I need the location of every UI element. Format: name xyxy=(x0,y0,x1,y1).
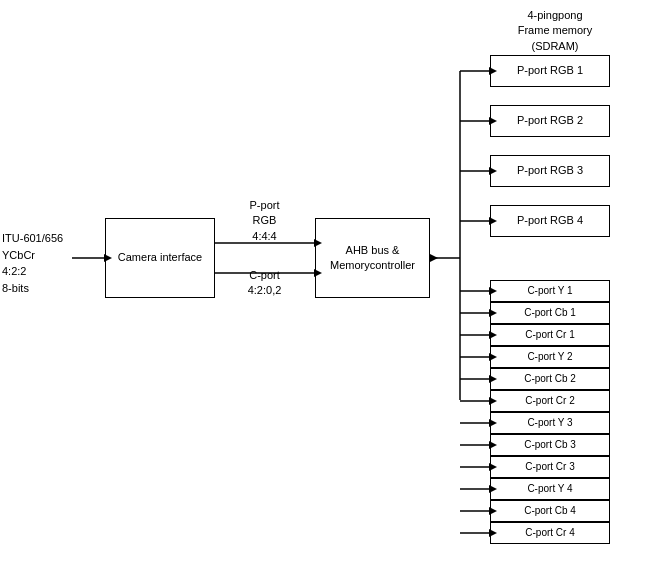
pport-rgb-1-box: P-port RGB 1 xyxy=(490,55,610,87)
cport-cb2-box: C-port Cb 2 xyxy=(490,368,610,390)
cport-cr2-box: C-port Cr 2 xyxy=(490,390,610,412)
cport-y4-box: C-port Y 4 xyxy=(490,478,610,500)
cport-cb1-box: C-port Cb 1 xyxy=(490,302,610,324)
pport-rgb-2-label: P-port RGB 2 xyxy=(517,113,583,128)
frame-memory-title: 4-pingpongFrame memory(SDRAM) xyxy=(490,8,620,54)
cport-y2-box: C-port Y 2 xyxy=(490,346,610,368)
svg-marker-7 xyxy=(430,254,438,262)
cport-cb3-box: C-port Cb 3 xyxy=(490,434,610,456)
ahb-bus-box: AHB bus & Memorycontroller xyxy=(315,218,430,298)
diagram: ITU-601/656YCbCr4:2:28-bits Camera inter… xyxy=(0,0,660,570)
input-label: ITU-601/656YCbCr4:2:28-bits xyxy=(2,230,72,296)
cport-cb4-box: C-port Cb 4 xyxy=(490,500,610,522)
cport-cr3-box: C-port Cr 3 xyxy=(490,456,610,478)
cport-cr4-box: C-port Cr 4 xyxy=(490,522,610,544)
cport-y3-box: C-port Y 3 xyxy=(490,412,610,434)
pport-rgb-3-label: P-port RGB 3 xyxy=(517,163,583,178)
pport-label: P-portRGB4:4:4 xyxy=(232,198,297,244)
cport-cr1-box: C-port Cr 1 xyxy=(490,324,610,346)
ahb-bus-label: AHB bus & Memorycontroller xyxy=(330,243,415,274)
pport-rgb-4-label: P-port RGB 4 xyxy=(517,213,583,228)
pport-rgb-4-box: P-port RGB 4 xyxy=(490,205,610,237)
camera-interface-box: Camera interface xyxy=(105,218,215,298)
cport-label: C-port4:2:0,2 xyxy=(232,268,297,299)
pport-rgb-2-box: P-port RGB 2 xyxy=(490,105,610,137)
pport-rgb-3-box: P-port RGB 3 xyxy=(490,155,610,187)
cport-y1-box: C-port Y 1 xyxy=(490,280,610,302)
camera-interface-label: Camera interface xyxy=(118,250,202,265)
pport-rgb-1-label: P-port RGB 1 xyxy=(517,63,583,78)
